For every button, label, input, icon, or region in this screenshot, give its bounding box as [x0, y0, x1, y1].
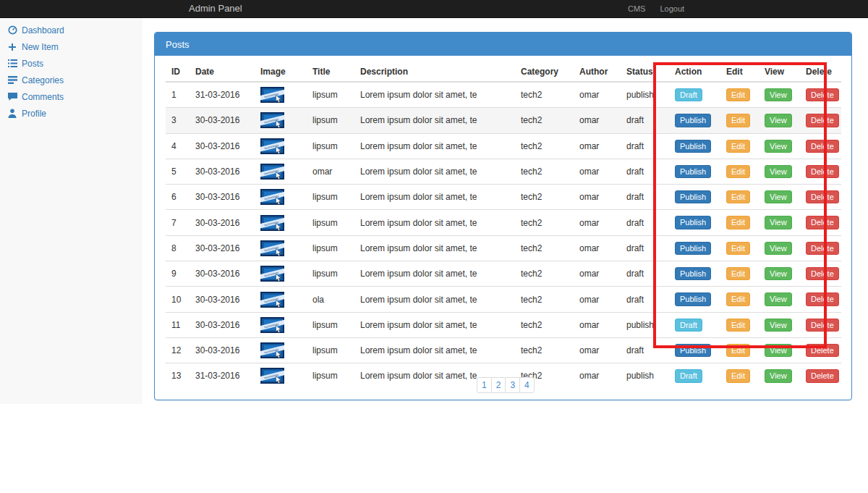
- delete-button[interactable]: Delete: [806, 344, 839, 357]
- sidebar-item-new-item[interactable]: New Item: [0, 38, 142, 55]
- action-button[interactable]: Publish: [675, 242, 711, 255]
- sidebar-item-posts[interactable]: Posts: [0, 55, 142, 72]
- cell-author: omar: [574, 210, 621, 235]
- logout-link[interactable]: Logout: [660, 4, 684, 13]
- delete-button[interactable]: Delete: [806, 242, 839, 255]
- delete-button[interactable]: Delete: [806, 319, 839, 332]
- view-button[interactable]: View: [765, 165, 792, 178]
- view-button[interactable]: View: [765, 216, 792, 229]
- edit-button[interactable]: Edit: [726, 114, 750, 127]
- sidebar-item-label: New Item: [22, 42, 59, 52]
- post-thumbnail-image[interactable]: technology: [260, 342, 284, 358]
- posts-table: ID Date Image Title Description Category…: [166, 64, 841, 389]
- view-button[interactable]: View: [765, 88, 792, 101]
- edit-button[interactable]: Edit: [726, 216, 750, 229]
- page-button-1[interactable]: 1: [477, 377, 492, 393]
- action-button[interactable]: Draft: [675, 88, 702, 101]
- post-thumbnail-image[interactable]: technology: [260, 292, 284, 308]
- cell-category: tech2: [515, 108, 574, 133]
- view-button[interactable]: View: [765, 242, 792, 255]
- cell-date: 30-03-2016: [190, 235, 255, 261]
- col-header-edit: Edit: [720, 64, 759, 82]
- delete-button[interactable]: Delete: [806, 292, 839, 306]
- sidebar-item-categories[interactable]: Categories: [0, 72, 142, 88]
- cell-date: 30-03-2016: [190, 159, 255, 184]
- action-button[interactable]: Publish: [675, 114, 711, 127]
- post-thumbnail-image[interactable]: technology: [260, 317, 284, 333]
- cell-view: View: [759, 363, 800, 389]
- edit-button[interactable]: Edit: [726, 165, 750, 178]
- post-thumbnail-image[interactable]: technology: [260, 189, 284, 205]
- cell-status: publish: [621, 82, 669, 108]
- post-thumbnail-image[interactable]: technology: [260, 240, 284, 256]
- dashboard-icon: [7, 25, 17, 35]
- page-button-4[interactable]: 4: [519, 377, 535, 393]
- edit-button[interactable]: Edit: [726, 242, 750, 255]
- view-button[interactable]: View: [765, 190, 792, 203]
- panel-body: ID Date Image Title Description Category…: [155, 56, 851, 400]
- edit-button[interactable]: Edit: [726, 319, 750, 332]
- action-button[interactable]: Draft: [675, 319, 702, 332]
- cell-category: tech2: [515, 210, 574, 235]
- view-button[interactable]: View: [765, 369, 792, 382]
- action-button[interactable]: Publish: [675, 344, 711, 357]
- view-button[interactable]: View: [765, 319, 792, 332]
- view-button[interactable]: View: [765, 267, 792, 280]
- app-title[interactable]: Admin Panel: [189, 3, 242, 14]
- edit-button[interactable]: Edit: [726, 267, 750, 280]
- cms-link[interactable]: CMS: [628, 4, 645, 13]
- page-button-3[interactable]: 3: [505, 377, 520, 393]
- edit-button[interactable]: Edit: [726, 190, 750, 203]
- delete-button[interactable]: Delete: [806, 165, 839, 178]
- action-button[interactable]: Draft: [675, 369, 702, 382]
- delete-button[interactable]: Delete: [806, 140, 839, 153]
- edit-button[interactable]: Edit: [726, 140, 750, 153]
- sidebar-item-dashboard[interactable]: Dashboard: [0, 22, 142, 38]
- cell-status: draft: [621, 261, 669, 287]
- view-button[interactable]: View: [765, 140, 792, 153]
- delete-button[interactable]: Delete: [806, 114, 839, 127]
- comment-icon: [7, 92, 17, 102]
- delete-button[interactable]: Delete: [806, 369, 839, 382]
- cell-author: omar: [574, 185, 621, 210]
- edit-button[interactable]: Edit: [726, 292, 750, 306]
- action-button[interactable]: Publish: [675, 292, 711, 306]
- sidebar-item-profile[interactable]: Profile: [0, 105, 142, 122]
- user-icon: [7, 109, 17, 119]
- panel-title: Posts: [155, 33, 851, 56]
- action-button[interactable]: Publish: [675, 267, 711, 280]
- post-thumbnail-image[interactable]: technology: [260, 266, 284, 282]
- edit-button[interactable]: Edit: [726, 369, 750, 382]
- delete-button[interactable]: Delete: [806, 190, 839, 203]
- post-thumbnail-image[interactable]: technology: [260, 215, 284, 231]
- cell-view: View: [759, 133, 800, 159]
- post-thumbnail-image[interactable]: technology: [260, 112, 284, 128]
- delete-button[interactable]: Delete: [806, 216, 839, 229]
- delete-button[interactable]: Delete: [806, 267, 839, 280]
- col-header-author: Author: [574, 64, 621, 82]
- cell-author: omar: [574, 287, 621, 312]
- post-thumbnail-image[interactable]: technology: [260, 368, 284, 384]
- view-button[interactable]: View: [765, 114, 792, 127]
- view-button[interactable]: View: [765, 292, 792, 306]
- action-button[interactable]: Publish: [675, 165, 711, 178]
- post-thumbnail-image[interactable]: technology: [260, 87, 284, 103]
- cell-description: Lorem ipsum dolor sit amet, te: [354, 210, 515, 235]
- sidebar-item-comments[interactable]: Comments: [0, 88, 142, 105]
- sidebar-item-label: Dashboard: [22, 25, 64, 35]
- action-button[interactable]: Publish: [675, 216, 711, 229]
- col-header-delete: Delete: [800, 64, 841, 82]
- post-thumbnail-image[interactable]: technology: [260, 164, 284, 180]
- table-row: 5 30-03-2016 technology omar Lorem ipsum…: [166, 159, 841, 184]
- action-button[interactable]: Publish: [675, 140, 711, 153]
- action-button[interactable]: Publish: [675, 190, 711, 203]
- cell-action: Publish: [669, 261, 720, 287]
- delete-button[interactable]: Delete: [806, 88, 839, 101]
- view-button[interactable]: View: [765, 344, 792, 357]
- edit-button[interactable]: Edit: [726, 88, 750, 101]
- cell-author: omar: [574, 261, 621, 287]
- post-thumbnail-image[interactable]: technology: [260, 138, 284, 154]
- edit-button[interactable]: Edit: [726, 344, 750, 357]
- page-button-2[interactable]: 2: [491, 377, 506, 393]
- cell-date: 31-03-2016: [190, 363, 255, 389]
